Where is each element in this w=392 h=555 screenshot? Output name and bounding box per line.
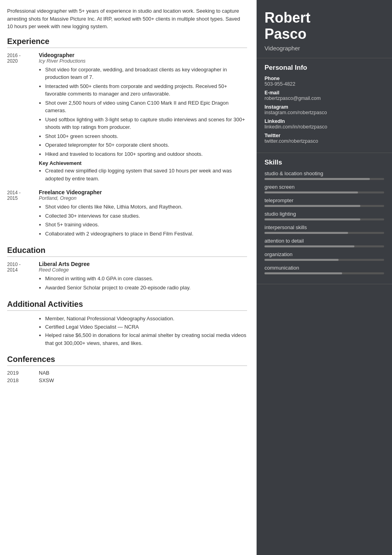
entry-date-1: 2016 - 2020 — [7, 52, 39, 184]
bullet: Shot video for corporate, wedding, and b… — [45, 66, 247, 81]
skill-bar-fill — [265, 218, 360, 220]
phone-row: Phone 503-955-4822 — [265, 76, 384, 87]
skill-item: studio lighting — [265, 211, 384, 220]
education-entry-1: 2010 - 2014 Liberal Arts Degree Reed Col… — [7, 261, 247, 293]
skill-item: attention to detail — [265, 238, 384, 247]
bullet: Hiked and traveled to locations for 100+… — [45, 150, 247, 158]
experience-entry-2: 2014 - 2015 Freelance Videographer Portl… — [7, 189, 247, 239]
bullet: Operated teleprompter for 50+ corporate … — [45, 141, 247, 149]
entry-title-1: Videographer — [39, 52, 247, 58]
conferences-section: Conferences 2019 NAB 2018 SXSW — [7, 355, 247, 383]
skills-section: Skills studio & location shooting green … — [257, 153, 392, 284]
edu-date-1: 2010 - 2014 — [7, 261, 39, 293]
skills-title: Skills — [265, 159, 384, 166]
education-title: Education — [7, 246, 247, 257]
skill-bar-bg — [265, 245, 384, 247]
skill-name: studio & location shooting — [265, 170, 384, 176]
key-achievement-bullets: Created new simplified clip logging syst… — [39, 167, 247, 182]
skill-bar-fill — [265, 178, 370, 180]
email-label: E-mail — [265, 90, 384, 96]
conf-year-2: 2018 — [7, 377, 39, 383]
linkedin-label: LinkedIn — [265, 119, 384, 124]
conf-name-2: SXSW — [39, 377, 54, 383]
left-column: Professional videographer with 5+ years … — [0, 0, 257, 555]
instagram-label: Instagram — [265, 104, 384, 110]
education-section: Education 2010 - 2014 Liberal Arts Degre… — [7, 246, 247, 293]
personal-info-title: Personal Info — [265, 64, 384, 72]
entry-title-2: Freelance Videographer — [39, 189, 247, 195]
activities-section: Additional Activities Member, National P… — [7, 300, 247, 348]
bullet: Minored in writing with 4.0 GPA in core … — [45, 275, 247, 283]
skill-item: studio & location shooting — [265, 170, 384, 180]
phone-label: Phone — [265, 76, 384, 81]
skill-item: green screen — [265, 184, 384, 193]
personal-info-section: Personal Info Phone 503-955-4822 E-mail … — [257, 58, 392, 153]
skill-bar-fill — [265, 232, 348, 234]
email-row: E-mail robertzpasco@gmail.com — [265, 90, 384, 101]
twitter-label: Twitter — [265, 133, 384, 138]
skills-list: studio & location shooting green screen … — [265, 170, 384, 274]
bullet: Shot 5+ training videos. — [45, 221, 247, 229]
skill-bar-fill — [265, 245, 354, 247]
skill-bar-bg — [265, 259, 384, 261]
edu-content-1: Liberal Arts Degree Reed College Minored… — [39, 261, 247, 293]
entry-bullets-1: Shot video for corporate, wedding, and b… — [39, 66, 247, 158]
twitter-value: twitter.com/robertzpasco — [265, 138, 384, 144]
edu-subtitle-1: Reed College — [39, 267, 247, 273]
bullet: Collected 30+ interviews for case studie… — [45, 212, 247, 220]
bullet: Shot over 2,500 hours of video using Can… — [45, 99, 247, 115]
activity-bullet: Helped raise $6,500 in donations for loc… — [45, 331, 247, 348]
right-column: Robert Pasco Videographer Personal Info … — [257, 0, 392, 555]
skill-bar-bg — [265, 205, 384, 207]
skill-bar-bg — [265, 191, 384, 193]
linkedin-value: linkedin.com/in/robertzpasco — [265, 124, 384, 130]
key-achievement-bullet: Created new simplified clip logging syst… — [45, 167, 247, 182]
conferences-title: Conferences — [7, 355, 247, 366]
edu-bullets-1: Minored in writing with 4.0 GPA in core … — [39, 275, 247, 291]
conf-year-1: 2019 — [7, 370, 39, 376]
experience-entry-1: 2016 - 2020 Videographer Icy River Produ… — [7, 52, 247, 184]
skill-bar-fill — [265, 191, 358, 193]
linkedin-row: LinkedIn linkedin.com/in/robertzpasco — [265, 119, 384, 130]
bullet: Used softbox lighting with 3-light setup… — [45, 116, 247, 131]
conf-name-1: NAB — [39, 370, 49, 376]
bullet: Interacted with 500+ clients from corpor… — [45, 82, 247, 98]
entry-content-2: Freelance Videographer Portland, Oregon … — [39, 189, 247, 239]
summary-text: Professional videographer with 5+ years … — [7, 7, 247, 31]
edu-title-1: Liberal Arts Degree — [39, 261, 247, 267]
bullet: Collaborated with 2 videographers to pla… — [45, 230, 247, 238]
experience-title: Experience — [7, 37, 247, 48]
skill-bar-bg — [265, 218, 384, 220]
bullet: Shot video for clients like Nike, Lithia… — [45, 203, 247, 211]
skill-bar-bg — [265, 232, 384, 234]
profile-name: Robert Pasco — [265, 10, 384, 42]
skill-name: attention to detail — [265, 238, 384, 244]
experience-section: Experience 2016 - 2020 Videographer Icy … — [7, 37, 247, 239]
skill-name: interpersonal skills — [265, 224, 384, 230]
instagram-row: Instagram instagram.com/robertzpasco — [265, 104, 384, 115]
activities-title: Additional Activities — [7, 300, 247, 311]
entry-content-1: Videographer Icy River Productions Shot … — [39, 52, 247, 184]
bullet: Awarded Senior Scholar project to create… — [45, 284, 247, 292]
entry-bullets-2: Shot video for clients like Nike, Lithia… — [39, 203, 247, 237]
skill-item: interpersonal skills — [265, 224, 384, 234]
phone-value: 503-955-4822 — [265, 81, 384, 87]
skill-name: organization — [265, 251, 384, 257]
skill-bar-fill — [265, 205, 360, 207]
skill-bar-bg — [265, 272, 384, 274]
profile-header: Robert Pasco Videographer — [257, 0, 392, 58]
instagram-value: instagram.com/robertzpasco — [265, 110, 384, 115]
skill-bar-fill — [265, 272, 342, 274]
conf-entry-2: 2018 SXSW — [7, 377, 247, 383]
skill-name: studio lighting — [265, 211, 384, 217]
email-value: robertzpasco@gmail.com — [265, 96, 384, 101]
profile-title: Videographer — [265, 45, 384, 52]
activities-bullets: Member, National Professional Videograph… — [7, 315, 247, 348]
activity-bullet: Certified Legal Video Specialist — NCRA — [45, 323, 247, 331]
conf-entry-1: 2019 NAB — [7, 370, 247, 376]
skill-name: teleprompter — [265, 197, 384, 203]
skill-item: teleprompter — [265, 197, 384, 207]
key-achievement-label: Key Achievement — [39, 160, 247, 166]
twitter-row: Twitter twitter.com/robertzpasco — [265, 133, 384, 144]
skill-name: communication — [265, 265, 384, 271]
